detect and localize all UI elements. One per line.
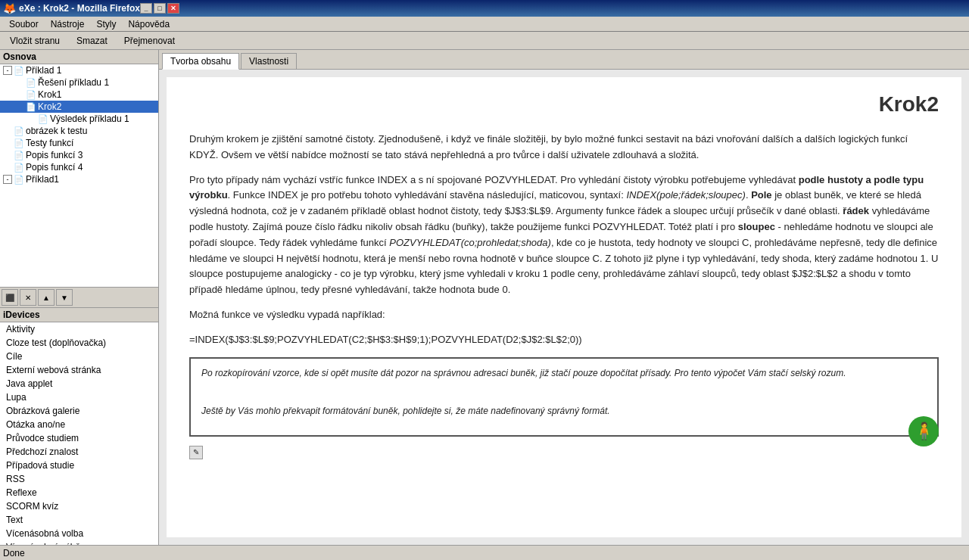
tree-node-icon: 📄: [14, 138, 24, 148]
tabs-bar: Tvorba obsahuVlastnosti: [159, 50, 969, 70]
tree-item-tree-obrazek[interactable]: 📄obrázek k testu: [0, 125, 158, 137]
tree-item-label: obrázek k testu: [26, 126, 87, 136]
tree-item-tree-popis4[interactable]: 📄Popis funkcí 4: [0, 161, 158, 173]
tree-item-tree-krok2[interactable]: 📄Krok2: [0, 101, 158, 113]
tree-item-label: Popis funkcí 4: [26, 162, 83, 173]
tree-item-label: Popis funkcí 3: [26, 150, 83, 160]
left-panel: Osnova -📄Příklad 1📄Řešení příkladu 1📄Kro…: [0, 50, 159, 545]
person-icon: 🧍: [908, 416, 939, 446]
titlebar-title: eXe : Krok2 - Mozilla Firefox: [19, 3, 140, 14]
tree-item-tree-popis3[interactable]: 📄Popis funkcí 3: [0, 149, 158, 161]
menu-item-menu-soubor[interactable]: Soubor: [3, 17, 45, 31]
idevice-item[interactable]: Cloze test (doplňovačka): [0, 336, 158, 350]
firefox-icon: 🦊: [3, 2, 16, 14]
tab-0[interactable]: Tvorba obsahu: [162, 53, 239, 70]
note-line-1: Po rozkopírování vzorce, kde si opět mus…: [201, 366, 927, 381]
tree-item-label: Testy funkcí: [26, 138, 73, 148]
idevices-header: iDevices: [0, 308, 158, 322]
tree-item-label: Krok2: [38, 101, 61, 112]
tree-node-icon: 📄: [14, 66, 24, 76]
idevice-item[interactable]: Aktivity: [0, 322, 158, 336]
note-line-2: Ještě by Vás mohlo překvapit formátování…: [201, 404, 927, 418]
idevice-item[interactable]: Externí webová stránka: [0, 363, 158, 377]
tree-item-tree-priklad1[interactable]: -📄Příklad 1: [0, 64, 158, 76]
toolbar-btn-btn-prejmenovat[interactable]: Přejmenovat: [117, 33, 182, 48]
para2-prefix: Pro tyto případy nám vychází vstříc funk…: [189, 174, 799, 185]
content-text: Druhým krokem je zjištění samotné čistot…: [189, 132, 939, 460]
expand-icon[interactable]: -: [3, 66, 12, 75]
tree-item-label: Řešení příkladu 1: [38, 77, 109, 88]
formula-display: =INDEX($J$3:$L$9;POZVYHLEDAT(C2;$H$3:$H$…: [189, 332, 939, 348]
paragraph-3: Možná funkce ve výsledku vypadá napříkla…: [189, 307, 939, 323]
tree-node-icon: 📄: [14, 175, 24, 185]
para2-suffix: . Funkce INDEX je pro potřebu tohoto vyh…: [228, 189, 627, 201]
toolbar: Vložit stranuSmazatPřejmenovat: [0, 32, 969, 50]
tree-item-tree-priklad1b[interactable]: -📄Příklad1: [0, 173, 158, 185]
person-icon-area: 🧍: [908, 416, 939, 446]
toolbar-btn-btn-vlozit[interactable]: Vložit stranu: [3, 33, 67, 48]
para2-italic1: INDEX(pole;řádek;sloupec): [626, 189, 746, 201]
expand-icon[interactable]: -: [3, 175, 12, 184]
idevice-item[interactable]: Cíle: [0, 350, 158, 363]
idevice-item[interactable]: Průvodce studiem: [0, 431, 158, 445]
menu-item-menu-napoveda[interactable]: Nápověda: [122, 17, 176, 31]
idevice-item[interactable]: SCORM kvíz: [0, 499, 158, 513]
toolbar-btn-btn-smazat[interactable]: Smazat: [70, 33, 114, 48]
tree-down-button[interactable]: ▼: [56, 289, 73, 306]
page-title: Krok2: [189, 92, 939, 117]
tree-up-button[interactable]: ▲: [38, 289, 55, 306]
statusbar: Done: [0, 545, 969, 560]
tree-item-label: Příklad1: [26, 174, 59, 185]
para2-bold4: sloupec: [738, 221, 775, 232]
tree-item-tree-krok1[interactable]: 📄Krok1: [0, 89, 158, 101]
tree-container: -📄Příklad 1📄Řešení příkladu 1📄Krok1📄Krok…: [0, 64, 158, 288]
tree-item-tree-reseni[interactable]: 📄Řešení příkladu 1: [0, 76, 158, 89]
idevice-item[interactable]: Předchozí znalost: [0, 445, 158, 459]
content-inner: Krok2 Druhým krokem je zjištění samotné …: [167, 77, 961, 537]
tree-node-icon: 📄: [14, 151, 24, 160]
tree-node-icon: 📄: [26, 90, 36, 100]
content-area: Krok2 Druhým krokem je zjištění samotné …: [159, 70, 969, 545]
tree-add-button[interactable]: ⬛: [2, 289, 18, 306]
tree-node-icon: 📄: [26, 78, 36, 88]
menu-item-menu-nastroje[interactable]: Nástroje: [45, 17, 91, 31]
menubar: SouborNástrojeStylyNápověda: [0, 17, 969, 32]
edit-icon[interactable]: ✎: [189, 446, 203, 459]
maximize-button[interactable]: □: [154, 3, 166, 14]
close-button[interactable]: ✕: [167, 3, 179, 14]
tree-toolbar: ⬛ ✕ ▲ ▼: [0, 288, 158, 308]
main-layout: Osnova -📄Příklad 1📄Řešení příkladu 1📄Kro…: [0, 50, 969, 545]
tree-node-icon: 📄: [14, 163, 24, 173]
idevice-item[interactable]: Vícenásobný výběr: [0, 540, 158, 545]
titlebar: 🦊 eXe : Krok2 - Mozilla Firefox _ □ ✕: [0, 0, 969, 17]
idevice-item[interactable]: Lupa: [0, 390, 158, 404]
para2-bold2: Pole: [751, 189, 771, 201]
tree-item-tree-testy[interactable]: 📄Testy funkcí: [0, 137, 158, 149]
idevice-item[interactable]: Reflexe: [0, 486, 158, 499]
tree-node-icon: 📄: [38, 114, 48, 124]
tree-item-label: Krok1: [38, 89, 61, 100]
idevice-item[interactable]: Java applet: [0, 377, 158, 390]
idevice-item[interactable]: Otázka ano/ne: [0, 418, 158, 431]
menu-item-menu-styly[interactable]: Styly: [90, 17, 122, 31]
status-text: Done: [3, 548, 25, 558]
tree-item-tree-vysledek[interactable]: 📄Výsledek příkladu 1: [0, 113, 158, 125]
right-panel: Tvorba obsahuVlastnosti Krok2 Druhým kro…: [159, 50, 969, 545]
tree-remove-button[interactable]: ✕: [20, 289, 36, 306]
tree-node-icon: 📄: [26, 102, 36, 112]
titlebar-controls: _ □ ✕: [140, 3, 179, 14]
edit-icon-area: ✎: [189, 444, 939, 460]
minimize-button[interactable]: _: [140, 3, 152, 14]
idevice-item[interactable]: Text: [0, 513, 158, 527]
paragraph-2: Pro tyto případy nám vychází vstříc funk…: [189, 173, 939, 298]
idevices-list: AktivityCloze test (doplňovačka)CíleExte…: [0, 322, 158, 545]
tab-1[interactable]: Vlastnosti: [241, 53, 297, 69]
tree-node-icon: 📄: [14, 126, 24, 136]
idevice-item[interactable]: RSS: [0, 472, 158, 486]
idevice-item[interactable]: Vícenásobná volba: [0, 527, 158, 540]
paragraph-1: Druhým krokem je zjištění samotné čistot…: [189, 132, 939, 163]
idevice-item[interactable]: Obrázková galerie: [0, 404, 158, 418]
para2-bold3: řádek: [843, 205, 869, 216]
para2-italic2: POZVYHLEDAT(co;prohledat;shoda): [389, 237, 551, 248]
idevice-item[interactable]: Případová studie: [0, 459, 158, 472]
